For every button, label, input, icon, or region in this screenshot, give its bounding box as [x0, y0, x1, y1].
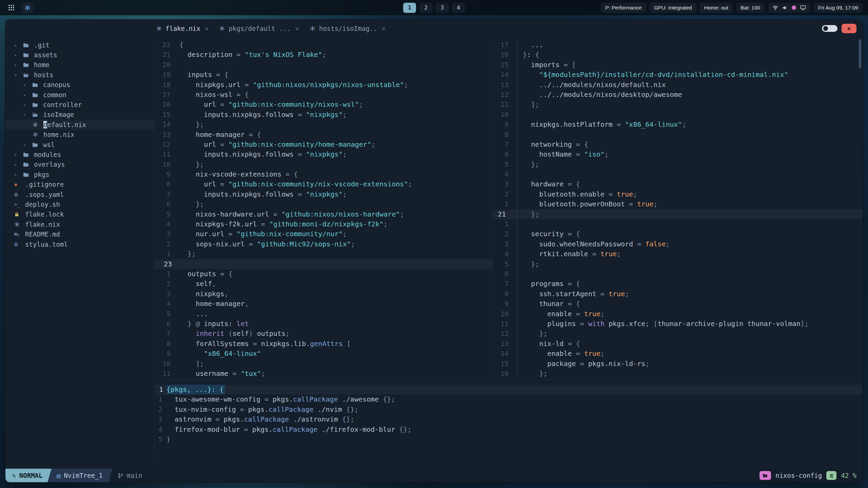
close-window-button[interactable]: × — [842, 24, 856, 33]
nix-snowflake-icon — [219, 26, 225, 31]
close-icon[interactable]: × — [381, 25, 385, 32]
code-line: 2 self, — [155, 279, 493, 289]
code-line: 13 ../../modules/nixos/default.nix — [493, 80, 863, 90]
code-text: }; — [517, 329, 863, 339]
tree-folder-controller[interactable]: ▸controller — [5, 100, 155, 109]
code-text: nixpkgs, — [179, 289, 493, 299]
status-pill[interactable]: Bat: 100 — [736, 3, 765, 13]
close-icon[interactable]: × — [205, 25, 209, 32]
code-text: firefox-mod-blur = pkgs.callPackage ./fi… — [166, 425, 863, 434]
code-text: rtkit.enable = true; — [517, 249, 863, 259]
code-line: 20 — [155, 60, 493, 70]
tree-file--sops-yaml[interactable]: ⚙.sops.yaml — [5, 189, 155, 199]
code-line: 16 }; — [493, 369, 863, 379]
editor-pkgs-default[interactable]: 1{pkgs, ...}: {1 tux-awesome-wm-config =… — [155, 380, 863, 469]
tab-pkgs-default-[interactable]: pkgs/default ...× — [219, 25, 299, 32]
line-number: 21 — [155, 50, 179, 60]
indicator-dot[interactable] — [792, 5, 796, 10]
mode-indicator: ✎ NORMAL — [5, 469, 46, 482]
tree-folder-isoimage[interactable]: ▾isoImage — [5, 110, 155, 120]
tree-folder-hosts[interactable]: ▾hosts — [5, 70, 155, 80]
code-line: 1 }; — [155, 249, 493, 259]
code-text: thunar = { — [517, 299, 863, 309]
tab-flake-nix[interactable]: flake.nix× — [156, 25, 209, 32]
tree-folder-modules[interactable]: ▸modules — [5, 149, 155, 159]
pencil-icon: ✎ — [12, 472, 16, 479]
clock[interactable]: Fri Aug 09, 17:09 — [814, 3, 863, 13]
code-text: tux-nvim-config = pkgs.callPackage ./nvi… — [166, 405, 863, 414]
file-explorer[interactable]: ▸.git▸assets▸home▾hosts▸canopus▸common▸c… — [5, 37, 155, 469]
code-line: 6 hostName = "iso"; — [493, 149, 863, 159]
lines-icon: ≡ — [826, 471, 836, 480]
code-line: 8 forAllSystems = nixpkgs.lib.genAttrs [ — [155, 339, 493, 349]
chevron-down-icon: ▾ — [14, 72, 23, 78]
code-text: sops-nix.url = "github:Mic92/sops-nix"; — [179, 239, 493, 249]
code-line: 22{ — [155, 40, 493, 50]
tree-label: flake.lock — [25, 210, 64, 218]
workspace-button-3[interactable]: 3 — [436, 3, 449, 13]
line-number: 11 — [493, 319, 513, 329]
tree-folder-overlays[interactable]: ▸overlays — [5, 160, 155, 169]
display-icon[interactable] — [800, 5, 806, 11]
workspace-button-1[interactable]: 1 — [403, 3, 416, 13]
code-text — [179, 259, 493, 269]
tree-folder-pkgs[interactable]: ▸pkgs — [5, 169, 155, 179]
tree-file-default-nix[interactable]: default.nix — [5, 120, 155, 129]
toggle-switch[interactable] — [822, 25, 837, 32]
editor-hosts-isoimage[interactable]: 17 ...16}: {15 imports = [14 "${modulesP… — [493, 37, 863, 380]
tree-file-readme-md[interactable]: M↓README.md — [5, 229, 155, 239]
line-number: 14 — [155, 120, 179, 129]
close-icon[interactable]: × — [295, 25, 299, 32]
volume-icon[interactable] — [782, 5, 788, 11]
tree-folder-home[interactable]: ▸home — [5, 60, 155, 70]
line-number: 9 — [493, 299, 513, 309]
tree-label: README.md — [25, 230, 60, 238]
line-number: 12 — [493, 329, 513, 339]
buffer-indicator: ▤ NvimTree_1 — [46, 469, 107, 482]
tree-folder-wsl[interactable]: ▸wsl — [5, 140, 155, 149]
code-text: }; — [517, 369, 863, 379]
tree-folder-assets[interactable]: ▸assets — [5, 50, 155, 60]
code-line: 10 enable = true; — [493, 309, 863, 319]
tabline: flake.nix×pkgs/default ...×hosts/isoImag… — [5, 20, 863, 37]
code-line: 4 nixpkgs-f2k.url = "github:moni-dz/nixp… — [155, 219, 493, 229]
tree-file-home-nix[interactable]: home.nix — [5, 130, 155, 140]
tree-file-flake-lock[interactable]: flake.lock — [5, 209, 155, 219]
code-line: 3 sudo.wheelNeedsPassword = false; — [493, 239, 863, 249]
line-number: 10 — [155, 160, 179, 169]
tree-file-stylua-toml[interactable]: ⚙stylua.toml — [5, 239, 155, 249]
gear-icon: ⚙ — [14, 241, 24, 248]
line-number: 10 — [493, 110, 513, 120]
code-text: nix-vscode-extensions = { — [179, 169, 493, 179]
status-pill[interactable]: P: Performance — [601, 3, 646, 13]
code-line: 18 nixpkgs.url = "github:nixos/nixpkgs/n… — [155, 80, 493, 90]
tree-folder-common[interactable]: ▸common — [5, 90, 155, 100]
status-pill[interactable]: Home: out — [700, 3, 733, 13]
tree-file-deploy-sh[interactable]: >_deploy.sh — [5, 199, 155, 209]
code-line: 1 — [493, 219, 863, 229]
code-line: 4 — [493, 169, 863, 179]
line-number: 8 — [155, 179, 179, 189]
nix-logo-icon[interactable] — [22, 2, 33, 14]
tree-label: hosts — [34, 71, 53, 79]
workspace-switcher: 1234 — [403, 3, 465, 13]
line-number: 2 — [493, 189, 513, 199]
tree-file--gitignore[interactable]: ◆.gitignore — [5, 179, 155, 189]
line-number: 5 — [493, 160, 513, 169]
code-text: } @ inputs: let — [179, 319, 493, 329]
chevron-right-icon: ▸ — [14, 42, 23, 48]
workspace-button-2[interactable]: 2 — [419, 3, 432, 13]
code-line: 3 astronvim = pkgs.callPackage ./astronv… — [155, 414, 863, 424]
folder-icon — [32, 102, 42, 107]
tab-hosts-isoimag-[interactable]: hosts/isoImag..× — [310, 25, 386, 32]
wifi-icon[interactable] — [772, 5, 778, 11]
tree-folder-canopus[interactable]: ▸canopus — [5, 80, 155, 90]
code-line: 9 "x86_64-linux" — [155, 349, 493, 359]
tree-file-flake-nix[interactable]: flake.nix — [5, 219, 155, 229]
status-pill[interactable]: GPU: Integrated — [650, 3, 696, 13]
workspace-button-4[interactable]: 4 — [452, 3, 465, 13]
app-launcher-icon[interactable] — [5, 2, 17, 14]
scrollbar-thumb[interactable] — [859, 39, 861, 68]
tree-folder--git[interactable]: ▸.git — [5, 40, 155, 50]
editor-flake-nix[interactable]: 22{21 description = "tux's NixOS Flake";… — [155, 37, 493, 380]
